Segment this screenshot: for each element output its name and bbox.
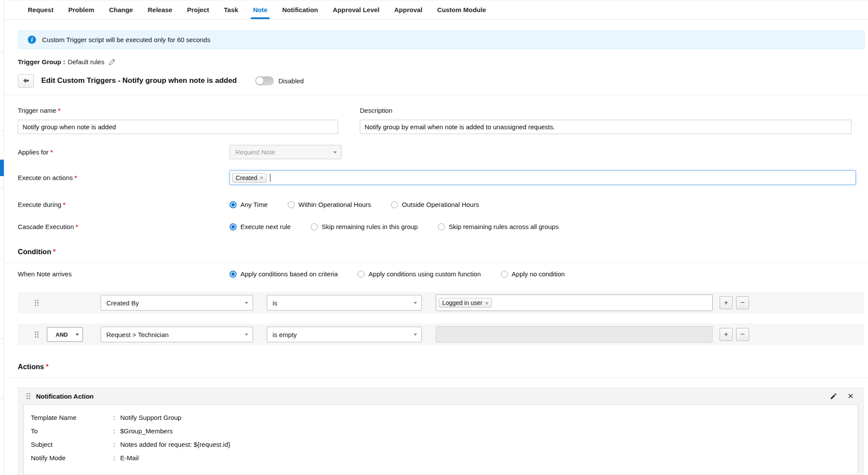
radio-icon[interactable] [230,223,237,230]
detail-row: Subject : Notes added for request: ${req… [31,441,858,454]
radio-icon[interactable] [391,201,398,208]
chevron-down-icon [333,151,337,154]
description-label: Description [360,107,852,114]
back-arrow-icon [23,77,30,84]
collapsed-side-strip [0,0,4,475]
tab-task[interactable]: Task [217,0,246,19]
condition-value-input[interactable]: Logged in user × [436,295,713,311]
tab-approval[interactable]: Approval [387,0,430,19]
detail-row: To : $Group_Members [31,427,858,441]
value-chip: Logged in user × [439,298,492,308]
edit-trigger-group-icon[interactable] [108,58,116,66]
applies-for-label: Applies for* [18,148,230,156]
logical-operator-select[interactable]: AND [47,327,83,342]
section-divider [4,262,868,263]
condition-heading: Condition* [18,248,868,256]
condition-criteria-select[interactable]: is [267,295,422,311]
chevron-down-icon [414,302,417,304]
detail-row: Notify Mode : E-Mail [31,454,858,468]
tab-request[interactable]: Request [20,0,61,19]
when-note-arrives-label: When Note arrives [18,270,230,278]
condition-mode-options: Apply conditions based on criteria Apply… [230,270,585,278]
actions-heading: Actions* [18,363,868,371]
drag-handle-icon[interactable] [26,393,31,400]
chevron-down-icon [76,334,79,336]
tab-change[interactable]: Change [102,0,140,19]
drag-handle-icon[interactable] [34,299,39,306]
info-icon [28,36,36,44]
radio-outside-operational-hours[interactable]: Outside Operational Hours [391,201,479,208]
tab-notification[interactable]: Notification [275,0,326,19]
tab-project[interactable]: Project [180,0,217,19]
trigger-name-label: Trigger name* [18,107,338,114]
execute-during-label: Execute during* [18,201,230,208]
condition-field-select[interactable]: Created By [101,295,253,311]
text-cursor [270,174,270,182]
trigger-group-value: Default rules [68,58,104,66]
radio-execute-next-rule[interactable]: Execute next rule [230,223,291,230]
radio-icon[interactable] [288,201,295,208]
trigger-group-row: Trigger Group : Default rules [18,58,868,66]
page-head: Edit Custom Triggers - Notify group when… [18,73,868,88]
radio-within-operational-hours[interactable]: Within Operational Hours [288,201,372,208]
page-title: Edit Custom Triggers - Notify group when… [41,76,237,85]
execute-on-actions-input[interactable]: Created × [230,170,856,185]
tab-custom-module[interactable]: Custom Module [430,0,493,19]
execute-on-actions-label: Execute on actions* [18,174,230,181]
condition-field-select[interactable]: Request > Technician [101,327,253,342]
action-chip: Created × [232,173,266,183]
radio-icon[interactable] [501,271,508,278]
detail-row: Template Name : Notify Support Group [31,414,858,427]
notification-action-header: Notification Action ✕ [18,388,863,404]
remove-condition-button[interactable]: − [736,296,749,309]
radio-icon[interactable] [230,201,237,208]
radio-icon[interactable] [230,271,237,278]
chevron-down-icon [245,302,248,304]
section-divider [4,377,868,378]
notification-action-panel: Notification Action ✕ Template Name : No… [18,387,864,475]
disabled-toggle[interactable] [255,76,274,85]
add-condition-button[interactable]: + [720,296,733,309]
trigger-name-input[interactable] [18,120,338,134]
trigger-group-label: Trigger Group : [18,58,65,66]
condition-criteria-select[interactable]: is empty [267,327,422,342]
chevron-down-icon [414,334,417,336]
info-banner: Custom Trigger script will be executed o… [18,30,865,49]
chip-remove-icon[interactable]: × [485,300,489,306]
radio-any-time[interactable]: Any Time [230,201,268,208]
radio-apply-conditions-custom-function[interactable]: Apply conditions using custom function [358,270,480,278]
radio-apply-no-condition[interactable]: Apply no condition [501,270,565,278]
description-input[interactable] [360,120,852,134]
remove-condition-button[interactable]: − [736,328,749,341]
condition-row: Created By is Logged in user × + − [18,292,864,314]
radio-apply-conditions-criteria[interactable]: Apply conditions based on criteria [230,270,338,278]
radio-icon[interactable] [358,271,365,278]
tab-release[interactable]: Release [140,0,180,19]
back-button[interactable] [18,74,34,88]
active-row-marker [0,160,4,176]
tab-approval-level[interactable]: Approval Level [326,0,387,19]
chevron-down-icon [245,334,248,336]
execute-during-options: Any Time Within Operational Hours Outsid… [230,201,499,208]
tab-problem[interactable]: Problem [61,0,102,19]
radio-skip-rules-group[interactable]: Skip remaining rules in this group [311,223,418,230]
radio-icon[interactable] [311,223,318,230]
radio-skip-rules-all-groups[interactable]: Skip remaining rules across all groups [438,223,559,230]
radio-icon[interactable] [438,223,445,230]
module-tabbar: Request Problem Change Release Project T… [4,0,868,20]
close-action-icon[interactable]: ✕ [848,392,854,401]
tab-note[interactable]: Note [246,0,275,19]
cascade-execution-options: Execute next rule Skip remaining rules i… [230,223,579,230]
condition-row: AND Request > Technician is empty + − [18,324,864,345]
edit-action-icon[interactable] [830,393,837,400]
cascade-execution-label: Cascade Execution* [18,223,230,230]
chip-remove-icon[interactable]: × [260,175,263,180]
drag-handle-icon[interactable] [34,331,39,338]
applies-for-select: Request Note [230,145,342,159]
notification-action-details: Template Name : Notify Support Group To … [23,404,858,475]
section-divider [4,95,868,95]
condition-value-input-disabled [436,326,713,343]
toggle-label: Disabled [279,77,304,85]
add-condition-button[interactable]: + [720,328,733,341]
info-banner-text: Custom Trigger script will be executed o… [42,36,210,43]
